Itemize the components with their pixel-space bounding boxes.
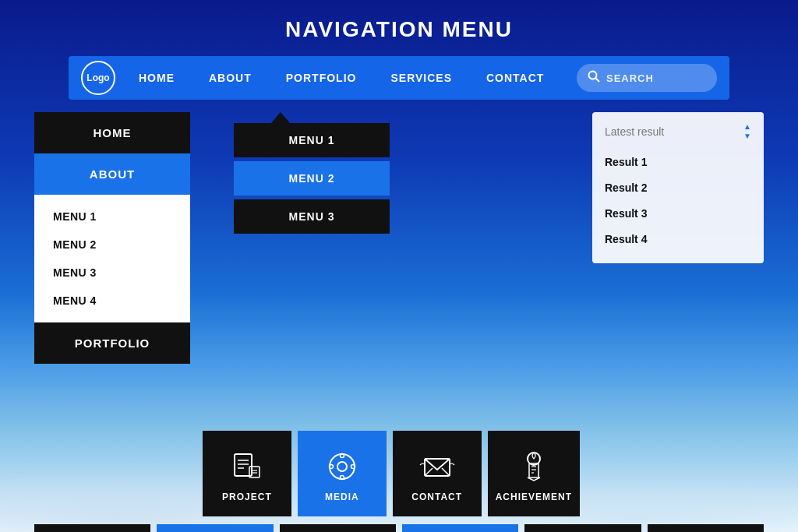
icon-card-project[interactable]: PROJECT	[203, 431, 291, 516]
result-item[interactable]: Result 3	[605, 201, 751, 227]
svg-point-11	[340, 454, 344, 458]
contact-icon	[418, 448, 456, 485]
center-menu-2[interactable]: MENU 2	[234, 161, 390, 196]
left-menu-portfolio[interactable]: PORTFOLIO	[34, 322, 190, 364]
dropdown-arrow	[271, 112, 290, 123]
left-menu-home[interactable]: HOME	[34, 112, 190, 153]
left-submenu-item[interactable]: MENU 3	[34, 259, 190, 287]
bottom-card-2[interactable]	[157, 524, 273, 532]
bottom-card-5[interactable]	[524, 524, 641, 532]
center-menu-1[interactable]: MENU 1	[234, 123, 390, 157]
svg-point-12	[340, 476, 344, 480]
nav-services[interactable]: SERVICES	[373, 56, 469, 100]
icon-card-achievement[interactable]: ACHIEVEMENT	[488, 431, 580, 516]
media-label: MEDIA	[325, 491, 359, 502]
nav-about[interactable]: ABOUT	[192, 56, 269, 100]
search-icon	[588, 70, 600, 86]
media-icon	[323, 448, 361, 485]
svg-point-14	[351, 465, 355, 469]
achievement-label: ACHIEVEMENT	[496, 491, 572, 502]
center-dropdowns: MENU 1 MENU 2 MENU 3	[203, 112, 580, 234]
center-menu-3[interactable]: MENU 3	[234, 199, 390, 234]
chevron-toggle[interactable]: ▲ ▼	[743, 123, 751, 140]
search-results-panel: Latest result ▲ ▼ Result 1 Result 2 Resu…	[592, 112, 764, 263]
bottom-row	[0, 524, 798, 532]
bottom-card-6[interactable]	[648, 524, 764, 532]
result-item[interactable]: Result 2	[605, 175, 751, 201]
svg-line-16	[425, 468, 433, 476]
icon-card-contact[interactable]: CONTACT	[393, 431, 482, 516]
results-header: Latest result ▲ ▼	[605, 123, 751, 140]
svg-point-10	[337, 462, 347, 471]
right-panel: Latest result ▲ ▼ Result 1 Result 2 Resu…	[592, 112, 764, 516]
result-item[interactable]: Result 1	[605, 150, 751, 175]
result-item[interactable]: Result 4	[605, 227, 751, 252]
left-submenu: MENU 1 MENU 2 MENU 3 MENU 4	[34, 195, 190, 322]
center-panel: MENU 1 MENU 2 MENU 3	[203, 112, 580, 516]
nav-home[interactable]: HOME	[122, 56, 192, 100]
svg-point-13	[329, 465, 333, 469]
project-label: PROJECT	[222, 491, 272, 502]
nav-portfolio[interactable]: PORTFOLIO	[269, 56, 374, 100]
search-input[interactable]	[606, 72, 700, 84]
achievement-icon	[515, 448, 553, 485]
left-submenu-item[interactable]: MENU 4	[34, 287, 190, 315]
search-area	[577, 64, 717, 92]
results-title: Latest result	[605, 125, 664, 138]
bottom-card-4[interactable]	[402, 524, 518, 532]
left-menu-about[interactable]: ABOUT	[34, 153, 190, 195]
main-area: HOME ABOUT MENU 1 MENU 2 MENU 3 MENU 4 P…	[0, 100, 798, 516]
chevron-down-icon: ▼	[743, 132, 751, 140]
bottom-card-3[interactable]	[280, 524, 396, 532]
svg-point-0	[589, 72, 597, 79]
project-icon	[228, 448, 266, 485]
left-submenu-item[interactable]: MENU 2	[34, 231, 190, 259]
navbar: Logo HOME ABOUT PORTFOLIO SERVICES CONTA…	[34, 56, 764, 100]
page-title: NAVIGATION MENU	[0, 0, 798, 56]
left-panel: HOME ABOUT MENU 1 MENU 2 MENU 3 MENU 4 P…	[34, 112, 190, 516]
contact-label: CONTACT	[411, 491, 462, 502]
svg-line-1	[596, 79, 600, 83]
icon-cards-row: PROJECT MEDIA	[203, 431, 580, 516]
left-submenu-item[interactable]: MENU 1	[34, 203, 190, 231]
chevron-up-icon: ▲	[743, 123, 751, 131]
svg-line-17	[442, 468, 450, 476]
bottom-card-1[interactable]	[34, 524, 150, 532]
icon-card-media[interactable]: MEDIA	[298, 431, 387, 516]
logo[interactable]: Logo	[81, 61, 115, 95]
nav-contact[interactable]: CONTACT	[469, 56, 561, 100]
